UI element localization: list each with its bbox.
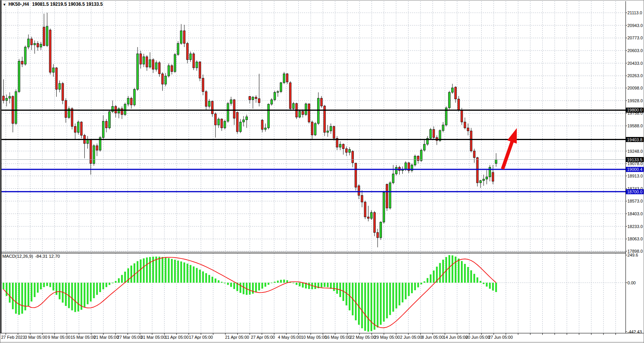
macd-histogram-bar	[455, 257, 457, 283]
bull-candle	[87, 140, 89, 144]
time-label: 27 Jun 05:00	[488, 335, 513, 340]
price-tick-label: 21113.0	[627, 10, 642, 15]
macd-histogram-bar	[402, 283, 404, 302]
price-tick-label: 19928.0	[627, 98, 643, 103]
macd-histogram-bar	[21, 283, 23, 314]
macd-histogram-bar	[168, 258, 170, 283]
bear-candle	[342, 144, 344, 149]
bull-candle	[299, 111, 301, 117]
price-tick-label: 18403.0	[627, 211, 643, 216]
time-label: 21 Mar 05:00	[94, 335, 119, 340]
macd-histogram-bar	[449, 255, 451, 283]
time-label: 3 Mar 05:00	[25, 335, 47, 340]
macd-histogram-bar	[411, 283, 413, 293]
bull-candle	[9, 96, 11, 98]
price-tick-label: 18233.0	[627, 224, 643, 229]
bear-candle	[212, 101, 214, 114]
price-tick-label: 18063.0	[627, 237, 643, 241]
macd-histogram-bar	[336, 283, 338, 294]
bear-candle	[171, 66, 173, 71]
macd-indicator-label: MACD(12,26,9)-84.31 12.70	[2, 254, 62, 259]
chart-title-overlay: ▼HK50-,H419081.5 19219.5 19036.5 19133.5	[3, 2, 103, 7]
price-tick-label: 18573.0	[627, 199, 643, 203]
macd-histogram-bar	[480, 281, 482, 283]
macd-histogram-bar	[230, 283, 232, 287]
price-level-box-label: 19403.8	[627, 137, 642, 142]
macd-histogram-bar	[43, 283, 45, 287]
bull-candle	[18, 61, 20, 92]
time-label: 31 Mar 05:00	[141, 335, 166, 340]
bull-candle	[330, 127, 332, 131]
bear-candle	[433, 129, 435, 137]
macd-histogram-bar	[264, 283, 266, 287]
bear-candle	[333, 127, 335, 139]
macd-histogram-bar	[143, 259, 145, 283]
macd-histogram-bar	[15, 283, 17, 314]
bull-candle	[242, 120, 244, 122]
bull-candle	[230, 100, 232, 103]
bull-candle	[318, 98, 319, 123]
bear-candle	[90, 140, 92, 164]
macd-histogram-bar	[389, 283, 391, 315]
bear-candle	[492, 172, 494, 181]
macd-histogram-bar	[9, 283, 11, 303]
macd-histogram-bar	[31, 283, 33, 302]
macd-histogram-bar	[395, 283, 397, 309]
macd-histogram-bar	[224, 283, 226, 284]
bull-candle	[174, 54, 176, 71]
macd-histogram-bar	[218, 280, 220, 282]
macd-histogram-bar	[308, 283, 310, 289]
macd-histogram-bar	[233, 283, 235, 289]
bear-candle	[258, 99, 260, 103]
bull-candle	[27, 39, 29, 47]
bull-candle	[451, 88, 453, 93]
bear-candle	[261, 120, 263, 129]
bull-candle	[208, 101, 210, 106]
macd-histogram-bar	[261, 283, 263, 289]
bear-candle	[464, 122, 466, 128]
time-label: 4 May 05:00	[278, 335, 301, 340]
bear-candle	[358, 186, 360, 195]
macd-histogram-bar	[473, 274, 475, 283]
bull-candle	[93, 146, 95, 164]
bull-candle	[124, 104, 126, 115]
macd-histogram-bar	[255, 283, 257, 292]
bull-candle	[442, 125, 444, 130]
bull-candle	[274, 92, 276, 100]
macd-histogram-bar	[59, 283, 61, 299]
bear-candle	[30, 39, 32, 45]
macd-histogram-bar	[12, 283, 14, 309]
macd-histogram-bar	[240, 283, 242, 293]
bull-candle	[40, 44, 42, 47]
bear-candle	[364, 202, 366, 217]
time-label: 20 Jun 05:00	[466, 335, 490, 340]
price-tick-label: 19248.0	[627, 149, 643, 154]
bull-candle	[264, 128, 266, 130]
price-tick-label: 20603.0	[627, 48, 643, 53]
macd-histogram-bar	[40, 283, 42, 289]
macd-histogram-bar	[283, 280, 285, 283]
macd-histogram-bar	[27, 283, 29, 306]
bear-candle	[470, 131, 472, 151]
macd-histogram-bar	[293, 283, 294, 283]
time-label: 21 Apr 05:00	[225, 335, 249, 340]
macd-histogram-bar	[321, 283, 323, 287]
macd-histogram-bar	[439, 263, 441, 283]
symbol-dropdown-icon[interactable]: ▼	[3, 3, 6, 7]
macd-histogram-bar	[199, 270, 201, 283]
macd-histogram-bar	[190, 265, 192, 283]
time-label: 29 May 05:00	[374, 335, 400, 340]
bear-candle	[161, 74, 163, 84]
bull-candle	[196, 62, 198, 68]
bull-candle	[102, 121, 104, 137]
bull-candle	[224, 121, 226, 128]
time-label: 14 Jun 05:00	[443, 335, 468, 340]
bear-candle	[467, 128, 469, 131]
bear-candle	[255, 97, 257, 99]
chart-canvas[interactable]: 21113.020943.020773.020603.020433.020263…	[0, 0, 644, 343]
macd-histogram-bar	[118, 278, 120, 282]
macd-histogram-bar	[209, 275, 210, 283]
bull-candle	[136, 54, 138, 89]
macd-histogram-bar	[267, 283, 269, 285]
bull-candle	[149, 60, 151, 67]
